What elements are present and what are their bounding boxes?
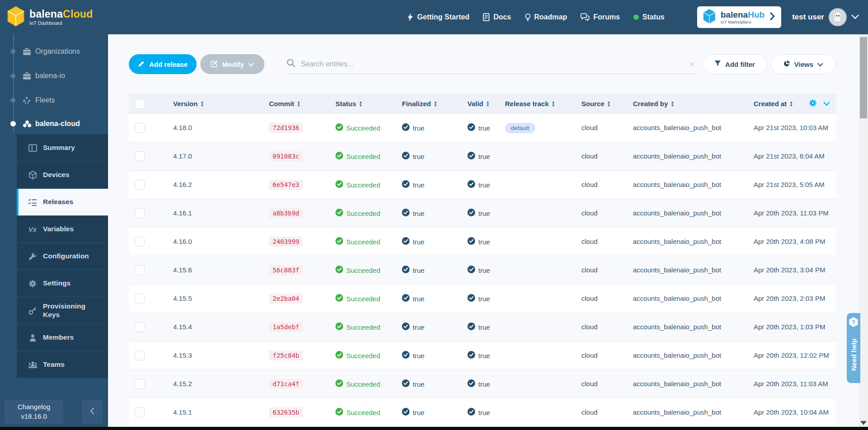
scrollbar-down-arrow[interactable] bbox=[860, 421, 867, 425]
modify-button[interactable]: Modify bbox=[200, 54, 264, 74]
commit-hash: 091083c bbox=[269, 151, 303, 161]
row-checkbox[interactable] bbox=[135, 237, 145, 247]
column-header-release-track[interactable]: Release track▲▼ bbox=[505, 100, 581, 108]
nav-getting-started[interactable]: Getting Started bbox=[407, 13, 470, 21]
tree-dot-icon bbox=[11, 98, 15, 103]
created-by-cell: accounts_balenaio_push_bot bbox=[633, 152, 721, 160]
source-cell: cloud bbox=[581, 266, 598, 274]
row-checkbox[interactable] bbox=[135, 123, 145, 133]
column-header-finalized[interactable]: Finalized▲▼ bbox=[402, 100, 467, 108]
column-header-status[interactable]: Status▲▼ bbox=[335, 100, 402, 108]
row-checkbox[interactable] bbox=[135, 351, 145, 360]
table-settings-gear-icon[interactable] bbox=[809, 99, 817, 109]
add-release-button[interactable]: Add release bbox=[129, 54, 197, 74]
created-at-cell: Apr 21st 2023, 5:05 AM bbox=[754, 181, 825, 188]
source-cell: cloud bbox=[581, 380, 598, 388]
status-cell: Succeeded bbox=[335, 408, 402, 417]
scrollbar-thumb[interactable] bbox=[860, 37, 867, 118]
table-row[interactable]: 4.15.4 1a5debf Succeeded true true bbox=[129, 313, 836, 341]
menu-item-members[interactable]: Members bbox=[17, 324, 108, 351]
balena-cloud-logo[interactable]: balenaCloud IoT Dashboard bbox=[6, 6, 93, 28]
user-name: test user bbox=[792, 13, 824, 22]
menu-item-variables[interactable]: Vx Variables bbox=[17, 215, 108, 243]
commit-hash: d71ca4f bbox=[269, 379, 303, 389]
menu-item-teams[interactable]: Teams bbox=[17, 351, 108, 378]
menu-item-devices[interactable]: Devices bbox=[17, 161, 108, 188]
nav-docs[interactable]: Docs bbox=[483, 13, 511, 21]
menu-item-settings[interactable]: Settings bbox=[17, 270, 108, 297]
table-row[interactable]: 4.15.5 2e2ba04 Succeeded true true bbox=[129, 284, 836, 313]
version-cell: 4.15.4 bbox=[173, 323, 192, 331]
row-checkbox[interactable] bbox=[135, 322, 145, 332]
variables-vx-icon: Vx bbox=[28, 225, 38, 233]
row-checkbox[interactable] bbox=[135, 208, 145, 218]
table-row[interactable]: 4.16.1 a8b3b9d Succeeded true true bbox=[129, 199, 836, 227]
nav-roadmap[interactable]: Roadmap bbox=[525, 13, 567, 21]
valid-cell: true bbox=[467, 266, 505, 275]
add-filter-button[interactable]: Add filter bbox=[702, 54, 767, 74]
table-row[interactable]: 4.15.3 f25c84b Succeeded true true bbox=[129, 341, 836, 369]
menu-item-configuration[interactable]: Configuration bbox=[17, 243, 108, 270]
source-cell: cloud bbox=[581, 351, 598, 359]
row-checkbox[interactable] bbox=[135, 379, 145, 389]
check-circle-icon bbox=[402, 180, 410, 190]
table-row[interactable]: 4.17.0 091083c Succeeded true true bbox=[129, 142, 836, 170]
created-at-cell: Apr 20th 2023, 11:03 PM bbox=[754, 209, 829, 217]
user-menu[interactable]: test user bbox=[792, 8, 859, 26]
column-header-commit[interactable]: Commit▲▼ bbox=[269, 100, 335, 108]
table-row[interactable]: 4.16.0 2403999 Succeeded true true bbox=[129, 227, 836, 256]
need-help-tab[interactable]: ? Need help bbox=[847, 313, 860, 383]
table-row[interactable]: 4.15.6 56c883f Succeeded true true bbox=[129, 256, 836, 284]
clear-search-icon[interactable]: × bbox=[689, 59, 695, 69]
sidebar-collapse-button[interactable] bbox=[82, 400, 103, 424]
created-by-cell: accounts_balenaio_push_bot bbox=[633, 294, 721, 302]
check-circle-icon bbox=[467, 180, 475, 190]
check-circle-icon bbox=[402, 209, 410, 218]
commit-hash: 632635b bbox=[269, 407, 303, 417]
row-checkbox[interactable] bbox=[135, 407, 145, 417]
row-checkbox[interactable] bbox=[135, 180, 145, 190]
success-check-icon bbox=[335, 322, 343, 332]
sort-icon: ▲▼ bbox=[297, 101, 301, 107]
table-row[interactable]: 4.18.0 72d1936 Succeeded true true bbox=[129, 113, 836, 142]
finalized-cell: true bbox=[402, 408, 467, 417]
column-header-created-by[interactable]: Created by▲▼ bbox=[633, 100, 754, 108]
row-checkbox[interactable] bbox=[135, 294, 145, 304]
check-circle-icon bbox=[402, 123, 410, 133]
commit-hash: 6e547e3 bbox=[269, 180, 303, 190]
table-row[interactable]: 4.15.1 632635b Succeeded true true bbox=[129, 398, 836, 426]
changelog-button[interactable]: Changelog v18.16.0 bbox=[5, 400, 63, 424]
menu-item-summary[interactable]: Summary bbox=[17, 134, 108, 161]
check-circle-icon bbox=[467, 322, 475, 332]
column-header-valid[interactable]: Valid▲▼ bbox=[467, 100, 505, 108]
row-checkbox[interactable] bbox=[135, 151, 145, 161]
tree-dot-icon bbox=[11, 74, 15, 78]
row-checkbox[interactable] bbox=[135, 265, 145, 275]
balena-hub-button[interactable]: balenaHub IoT Marketplace bbox=[697, 6, 781, 28]
table-row[interactable]: 4.16.2 6e547e3 Succeeded true true bbox=[129, 170, 836, 199]
sort-icon: ▲▼ bbox=[671, 101, 675, 107]
created-at-cell: Apr 20th 2023, 11:03 AM bbox=[754, 380, 828, 388]
sort-icon: ▲▼ bbox=[486, 101, 490, 107]
select-all-checkbox[interactable] bbox=[135, 99, 145, 109]
table-collapse-chevron-icon[interactable] bbox=[823, 100, 830, 108]
nav-forums[interactable]: Forums bbox=[580, 13, 620, 21]
finalized-cell: true bbox=[402, 266, 467, 275]
pencil-icon bbox=[138, 60, 145, 69]
bottom-edge-bar bbox=[0, 427, 868, 430]
status-cell: Succeeded bbox=[335, 209, 402, 218]
menu-item-provisioning-keys[interactable]: Provisioning Keys bbox=[17, 297, 108, 324]
version-cell: 4.15.3 bbox=[173, 351, 192, 359]
column-header-version[interactable]: Version▲▼ bbox=[173, 100, 269, 108]
menu-item-releases[interactable]: Releases bbox=[17, 188, 108, 215]
table-row[interactable]: 4.15.2 d71ca4f Succeeded true true bbox=[129, 369, 836, 398]
search-input[interactable] bbox=[301, 60, 689, 68]
created-by-cell: accounts_balenaio_push_bot bbox=[633, 323, 721, 331]
sort-icon: ▲▼ bbox=[359, 101, 363, 107]
views-button[interactable]: Views bbox=[771, 54, 835, 74]
key-icon bbox=[28, 307, 38, 315]
chevron-down-icon bbox=[817, 61, 823, 68]
vertical-scrollbar[interactable] bbox=[859, 34, 868, 427]
column-header-source[interactable]: Source▲▼ bbox=[581, 100, 633, 108]
nav-status[interactable]: Status bbox=[633, 13, 665, 21]
